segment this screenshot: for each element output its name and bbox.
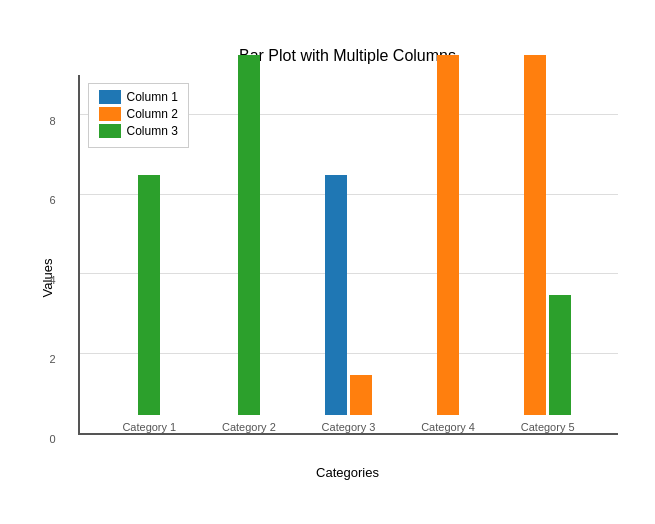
legend-color-col3 <box>99 124 121 138</box>
y-tick-label: 6 <box>50 194 56 206</box>
bar <box>350 375 372 415</box>
bars-row <box>524 55 571 415</box>
category-group: Category 5 <box>498 55 598 433</box>
category-group: Category 4 <box>398 55 498 433</box>
bars-row <box>325 175 372 415</box>
bars-row <box>138 175 160 415</box>
legend-item-col1: Column 1 <box>99 90 178 104</box>
bar <box>238 55 260 415</box>
legend-color-col1 <box>99 90 121 104</box>
legend-label-col3: Column 3 <box>127 124 178 138</box>
legend: Column 1 Column 2 Column 3 <box>88 83 189 148</box>
legend-label-col1: Column 1 <box>127 90 178 104</box>
category-label: Category 5 <box>521 421 575 433</box>
chart-area: 02468 Category 1Category 2Category 3Cate… <box>78 75 618 435</box>
chart-container: Bar Plot with Multiple Columns Values 02… <box>18 17 638 507</box>
category-label: Category 4 <box>421 421 475 433</box>
category-label: Category 1 <box>122 421 176 433</box>
legend-color-col2 <box>99 107 121 121</box>
bars-row <box>437 55 459 415</box>
y-tick-label: 8 <box>50 115 56 127</box>
category-group: Category 3 <box>299 175 399 433</box>
bar <box>437 55 459 415</box>
legend-item-col3: Column 3 <box>99 124 178 138</box>
bar <box>524 55 546 415</box>
category-label: Category 2 <box>222 421 276 433</box>
category-group: Category 2 <box>199 55 299 433</box>
bars-row <box>238 55 260 415</box>
y-tick-label: 4 <box>50 274 56 286</box>
y-tick-label: 2 <box>50 353 56 365</box>
category-group: Category 1 <box>100 175 200 433</box>
y-tick-label: 0 <box>50 433 56 445</box>
bar <box>549 295 571 415</box>
bar <box>325 175 347 415</box>
category-label: Category 3 <box>322 421 376 433</box>
x-axis-label: Categories <box>78 465 618 480</box>
bar <box>138 175 160 415</box>
legend-label-col2: Column 2 <box>127 107 178 121</box>
legend-item-col2: Column 2 <box>99 107 178 121</box>
